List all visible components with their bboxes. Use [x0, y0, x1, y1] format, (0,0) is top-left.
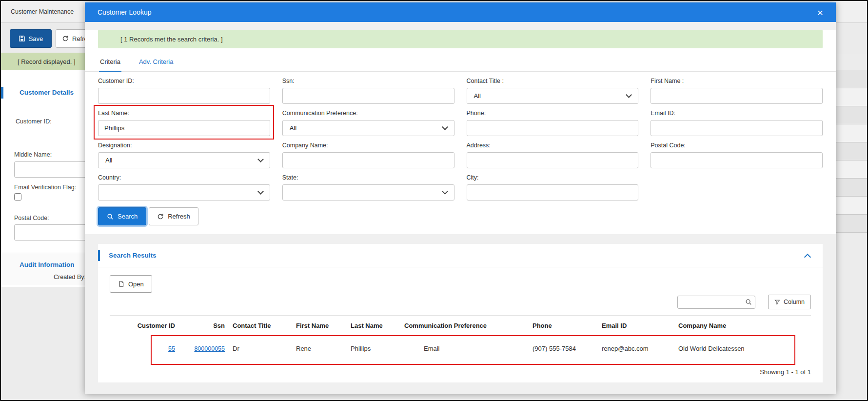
- results-header-row: Customer ID Ssn Contact Title First Name…: [110, 316, 811, 336]
- column-header-last-name: Last Name: [347, 316, 400, 336]
- address-label: Address:: [467, 142, 639, 149]
- phone-input[interactable]: [467, 120, 639, 136]
- label-email-verification-flag: Email Verification Flag:: [14, 184, 76, 191]
- criteria-section: [ 1 Records met the search criteria. ] C…: [85, 30, 836, 234]
- ssn-link[interactable]: 800000055: [194, 345, 225, 352]
- company-name-cell: Old World Delicatessen: [674, 336, 811, 361]
- address-field: Address:: [467, 142, 639, 168]
- company-name-field: Company Name:: [282, 142, 454, 168]
- postal-code-label: Postal Code:: [651, 142, 823, 149]
- column-header-contact-title: Contact Title: [229, 316, 292, 336]
- state-label: State:: [282, 174, 454, 181]
- email-id-input[interactable]: [651, 120, 823, 136]
- customer-id-input[interactable]: [98, 88, 270, 104]
- result-row[interactable]: 55 800000055 Dr Rene Phillips Email (907…: [110, 336, 811, 361]
- tab-customer-maintenance[interactable]: Customer Maintenance: [11, 8, 74, 15]
- first-name-field: First Name :: [651, 78, 823, 104]
- column-button[interactable]: Column: [768, 295, 811, 309]
- communication-preference-label: Communication Preference:: [282, 110, 454, 117]
- open-button-label: Open: [128, 281, 144, 288]
- ssn-label: Ssn:: [282, 78, 454, 85]
- funnel-icon: [774, 299, 780, 305]
- ssn-field: Ssn:: [282, 78, 454, 104]
- tab-criteria[interactable]: Criteria: [99, 53, 121, 72]
- communication-preference-cell: Email: [400, 336, 529, 361]
- search-icon: [107, 213, 114, 220]
- chevron-down-icon: [442, 188, 448, 195]
- results-accent-bar: [98, 250, 100, 261]
- column-header-communication-preference: Communication Preference: [400, 316, 529, 336]
- customer-id-label: Customer ID:: [98, 78, 270, 85]
- state-field: State:: [282, 174, 454, 200]
- tab-adv-criteria[interactable]: Adv. Criteria: [138, 53, 175, 71]
- phone-label: Phone:: [467, 110, 639, 117]
- first-name-input[interactable]: [651, 88, 823, 104]
- screen: Customer Maintenance × Save Refresh [ Re…: [0, 0, 868, 401]
- column-header-ssn: Ssn: [179, 316, 229, 336]
- refresh-button-label: Refresh: [168, 213, 190, 220]
- search-results-card: Search Results Open: [98, 244, 823, 382]
- refresh-icon: [157, 213, 164, 220]
- search-results-body: Open Column: [98, 267, 823, 382]
- postal-code-field: Postal Code:: [651, 142, 823, 168]
- save-icon: [19, 35, 25, 42]
- column-header-company-name: Company Name: [674, 316, 811, 336]
- customer-details-title: Customer Details: [20, 89, 74, 96]
- first-name-cell: Rene: [292, 336, 347, 361]
- label-customer-id: Customer ID:: [16, 118, 52, 125]
- email-verification-checkbox[interactable]: [14, 193, 21, 200]
- designation-value: All: [105, 157, 112, 164]
- ssn-input[interactable]: [282, 88, 454, 104]
- criteria-tabs: Criteria Adv. Criteria: [85, 53, 836, 72]
- results-table-wrap: Customer ID Ssn Contact Title First Name…: [110, 315, 811, 361]
- refresh-button[interactable]: Refresh: [149, 207, 198, 225]
- designation-select[interactable]: All: [98, 152, 270, 168]
- postal-code-input[interactable]: [651, 152, 823, 168]
- city-input[interactable]: [467, 184, 639, 200]
- last-name-input[interactable]: [98, 120, 270, 136]
- column-header-email-id: Email ID: [598, 316, 674, 336]
- company-name-label: Company Name:: [282, 142, 454, 149]
- customer-id-link[interactable]: 55: [168, 345, 175, 352]
- last-name-label: Last Name:: [98, 110, 270, 117]
- city-field: City:: [467, 174, 639, 200]
- close-icon[interactable]: ×: [817, 7, 823, 18]
- refresh-icon: [62, 35, 69, 42]
- results-controls: Column: [110, 295, 811, 309]
- phone-field: Phone:: [467, 110, 639, 136]
- modal-header: Customer Lookup ×: [85, 2, 836, 22]
- save-button[interactable]: Save: [10, 29, 52, 48]
- email-id-cell: renep@abc.com: [598, 336, 674, 361]
- results-filter-input[interactable]: [677, 296, 755, 309]
- showing-count: Showing 1 - 1 of 1: [110, 368, 811, 376]
- company-name-input[interactable]: [282, 152, 454, 168]
- chevron-down-icon: [257, 188, 264, 195]
- contact-title-select[interactable]: All: [467, 88, 639, 104]
- state-select[interactable]: [282, 184, 454, 200]
- audit-information-title: Audit Information: [20, 261, 74, 268]
- designation-field: Designation: All: [98, 142, 270, 168]
- contact-title-label: Contact Title :: [467, 78, 639, 85]
- criteria-actions: Search Refresh: [85, 200, 836, 226]
- criteria-form: Customer ID: Ssn: Contact Title : All Fi…: [85, 72, 836, 200]
- phone-cell: (907) 555-7584: [529, 336, 598, 361]
- column-header-phone: Phone: [529, 316, 598, 336]
- spacer-cell: [110, 336, 132, 361]
- city-label: City:: [467, 174, 639, 181]
- column-header-first-name: First Name: [292, 316, 347, 336]
- address-input[interactable]: [467, 152, 639, 168]
- email-id-field: Email ID:: [651, 110, 823, 136]
- save-button-label: Save: [29, 35, 43, 42]
- ssn-cell: 800000055: [179, 336, 229, 361]
- first-name-label: First Name :: [651, 78, 823, 85]
- chevron-down-icon: [442, 124, 448, 130]
- open-button[interactable]: Open: [110, 275, 152, 293]
- search-button[interactable]: Search: [98, 207, 146, 225]
- column-header-customer-id: Customer ID: [132, 316, 179, 336]
- collapse-chevron-icon[interactable]: [804, 253, 811, 260]
- country-select[interactable]: [98, 184, 270, 200]
- results-table: Customer ID Ssn Contact Title First Name…: [110, 315, 811, 361]
- search-icon: [745, 299, 752, 305]
- communication-preference-select[interactable]: All: [282, 120, 454, 136]
- country-field: Country:: [98, 174, 270, 200]
